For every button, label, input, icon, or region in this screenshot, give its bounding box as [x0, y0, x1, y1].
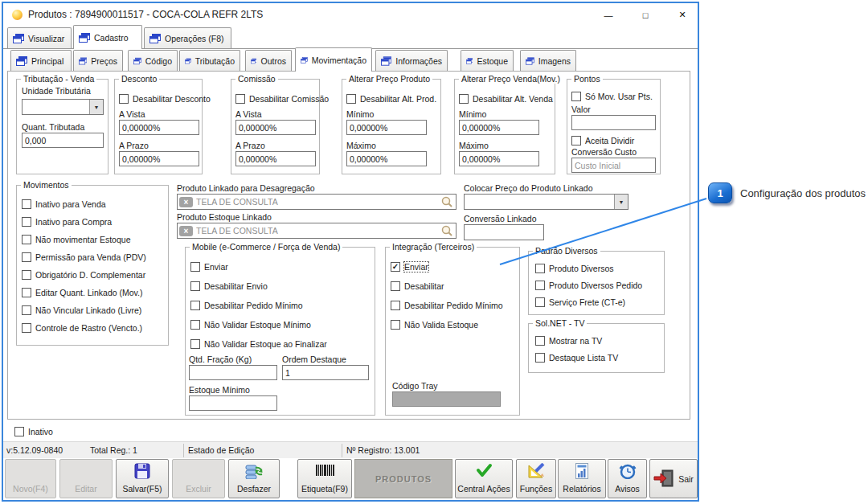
checkbox-produto-diversos-pedido[interactable]: Produto Diversos Pedido — [535, 281, 642, 290]
checkbox-desabilitar-envio[interactable]: Desabilitar Envio — [190, 281, 268, 291]
magnifier-icon[interactable] — [441, 196, 453, 208]
tab-movimentacao[interactable]: Movimentação — [295, 47, 372, 72]
salvar-button[interactable]: Salvar(F5) — [116, 459, 169, 498]
a-prazo-input[interactable]: 0,00000% — [119, 151, 199, 166]
app-window: Produtos : 7894900011517 - COCA-COLA REF… — [2, 2, 699, 502]
checkbox-destaque-lista-tv[interactable]: Destaque Lista TV — [535, 353, 618, 363]
close-button[interactable]: ✕ — [670, 6, 694, 23]
checkbox-mostrar-na-tv[interactable]: Mostrar na TV — [535, 336, 602, 346]
database-undo-icon — [229, 463, 279, 479]
central-acoes-button[interactable]: Central Ações — [455, 459, 513, 498]
tab-precos[interactable]: Preços — [73, 50, 123, 71]
maximo-input[interactable]: 0,00000% — [346, 151, 427, 166]
produto-estoque-linkado-field[interactable]: × TELA DE CONSULTA — [177, 223, 457, 239]
checkbox-mobile-enviar[interactable]: Enviar — [190, 262, 228, 272]
checkbox-desabilitar-alt-prod[interactable]: Desabilitar Alt. Prod. — [346, 94, 436, 104]
qtd-fracao-input[interactable] — [189, 365, 277, 380]
checkbox-nao-validar-estoque-ao-finalizar[interactable]: Não Validar Estoque ao Finalizar — [190, 339, 327, 349]
quant-tributada-input[interactable]: 0,000 — [22, 133, 104, 148]
tab-informacoes[interactable]: Informações — [375, 50, 448, 71]
minimo-input[interactable]: 0,00000% — [459, 120, 539, 135]
checkbox-nao-valida-estoque[interactable]: Não Valida Estoque — [391, 320, 478, 330]
dropdown-arrow-icon[interactable]: ▼ — [614, 195, 628, 209]
produto-linkado-desagregacao-field[interactable]: × TELA DE CONSULTA — [177, 194, 457, 210]
valor-input[interactable] — [571, 115, 656, 130]
form-tab-icon — [149, 34, 161, 43]
checkbox-mobile-desabilitar-pedido-minimo[interactable]: Desabilitar Pedido Mínimo — [190, 301, 303, 310]
group-legend: Alterar Preço Produto — [346, 74, 432, 84]
novo-button[interactable]: Novo(F4) — [5, 459, 56, 498]
checkbox-servico-frete-cte[interactable]: Serviço Frete (CT-e) — [535, 297, 625, 307]
desfazer-button[interactable]: Desfazer — [228, 459, 280, 498]
checkbox-aceita-dividir[interactable]: Aceita Dividir — [571, 136, 634, 145]
maximo-input[interactable]: 0,00000% — [459, 151, 539, 166]
checkbox-nao-validar-estoque-minimo[interactable]: Não Validar Estoque Mínimo — [190, 320, 311, 330]
checkbox-desabilitar-comissao[interactable]: Desabilitar Comissão — [235, 94, 329, 104]
tab-codigo[interactable]: Código — [128, 50, 178, 71]
button-label: Relatórios — [559, 484, 605, 494]
tab-cadastro[interactable]: Cadastro — [73, 25, 142, 49]
checkbox-nao-movimentar-estoque[interactable]: Não movimentar Estoque — [22, 235, 130, 244]
checkbox-inativo-para-venda[interactable]: Inativo para Venda — [22, 199, 106, 209]
minimo-input[interactable]: 0,00000% — [346, 120, 427, 135]
produto-estoque-linkado-label: Produto Estoque Linkado — [177, 212, 272, 222]
group-mobile: Mobile (e-Commerce / Força de Venda) Env… — [185, 247, 375, 416]
a-vista-input[interactable]: 0,00000% — [235, 120, 316, 135]
tab-estoque[interactable]: Estoque — [461, 50, 514, 71]
tab-imagens[interactable]: Imagens — [520, 50, 576, 71]
checkbox-integracao-desabilitar-pedido-minimo[interactable]: Desabilitar Pedido Mínimo — [391, 301, 503, 310]
checkbox-inativo-para-compra[interactable]: Inativo para Compra — [22, 217, 112, 227]
estoque-minimo-input[interactable] — [189, 395, 277, 411]
checkbox-produto-diversos[interactable]: Produto Diversos — [535, 264, 614, 273]
clear-tag-icon[interactable]: × — [179, 226, 193, 236]
checkbox-inativo[interactable]: Inativo — [14, 427, 53, 436]
relatorios-button[interactable]: Relatórios — [558, 459, 606, 498]
ordem-destaque-input[interactable]: 1 — [282, 365, 369, 380]
button-label: Salvar(F5) — [117, 484, 168, 494]
tab-outros[interactable]: Outros — [245, 50, 292, 71]
magnifier-icon[interactable] — [441, 225, 453, 237]
callout-label: Configuração dos produtos — [740, 187, 866, 199]
checkbox-obrigatorio-d-complementar[interactable]: Obrigatório D. Complementar — [22, 270, 145, 280]
checkbox-desabilitar-desconto[interactable]: Desabilitar Desconto — [119, 94, 211, 104]
checkbox-integracao-desabilitar[interactable]: Desabilitar — [391, 281, 444, 291]
a-vista-input[interactable]: 0,00000% — [119, 120, 199, 135]
checkbox-permissao-para-venda-pdv[interactable]: Permissão para Venda (PDV) — [22, 252, 146, 262]
excluir-button[interactable]: Excluir — [172, 459, 225, 498]
editar-button[interactable]: Editar — [59, 459, 113, 498]
maximize-button[interactable]: □ — [633, 6, 657, 23]
titlebar[interactable]: Produtos : 7894900011517 - COCA-COLA REF… — [3, 3, 698, 27]
funcoes-button[interactable]: Funções — [516, 459, 556, 498]
checkbox-so-mov-usar-pts[interactable]: Só Mov. Usar Pts. — [571, 92, 653, 101]
checkbox-desabilitar-alt-venda[interactable]: Desabilitar Alt. Venda — [459, 94, 553, 104]
sair-button[interactable]: Sair — [649, 459, 698, 498]
dropdown-arrow-icon[interactable]: ▼ — [89, 100, 103, 114]
conversao-custo-input[interactable]: Custo Inicial — [571, 158, 656, 173]
checkbox-box: ✓ — [391, 262, 400, 272]
checkbox-label: Só Mov. Usar Pts. — [585, 92, 653, 101]
checkbox-editar-quant-linkado[interactable]: Editar Quant. Linkado (Mov.) — [22, 288, 142, 297]
checkbox-nao-vincular-linkado[interactable]: Não Vincular Linkado (Livre) — [22, 305, 141, 315]
unidade-tributaria-combobox[interactable]: ▼ — [22, 99, 104, 115]
checkbox-controle-de-rastro[interactable]: Controle de Rastro (Vencto.) — [22, 323, 142, 333]
tab-tributacao[interactable]: Tributação — [179, 50, 240, 71]
a-prazo-input[interactable]: 0,00000% — [235, 151, 316, 166]
checkbox-integracao-enviar[interactable]: ✓Enviar — [391, 262, 428, 272]
checkbox-box — [459, 94, 469, 104]
checkbox-box — [22, 305, 31, 315]
colocar-preco-combobox[interactable]: ▼ — [464, 194, 628, 210]
clear-tag-icon[interactable]: × — [179, 197, 193, 207]
checkbox-label: Desabilitar Alt. Prod. — [360, 94, 436, 104]
etiqueta-button[interactable]: Etiqueta(F9) — [297, 459, 352, 498]
tab-visualizar[interactable]: Visualizar — [7, 27, 72, 48]
checkbox-label: Destaque Lista TV — [549, 353, 618, 363]
checkbox-label: Produto Diversos Pedido — [549, 281, 642, 290]
tab-principal[interactable]: Principal — [10, 50, 72, 71]
avisos-button[interactable]: Avisos — [608, 459, 647, 498]
minimize-button[interactable]: — — [596, 6, 620, 23]
tab-operacoes[interactable]: Operações (F8) — [144, 27, 231, 48]
group-alterar-preco-produto: Alterar Preço Produto Desabilitar Alt. P… — [342, 79, 441, 174]
codigo-tray-input[interactable] — [392, 391, 501, 407]
form-tab-icon — [251, 56, 256, 66]
conversao-linkado-input[interactable] — [464, 224, 544, 240]
